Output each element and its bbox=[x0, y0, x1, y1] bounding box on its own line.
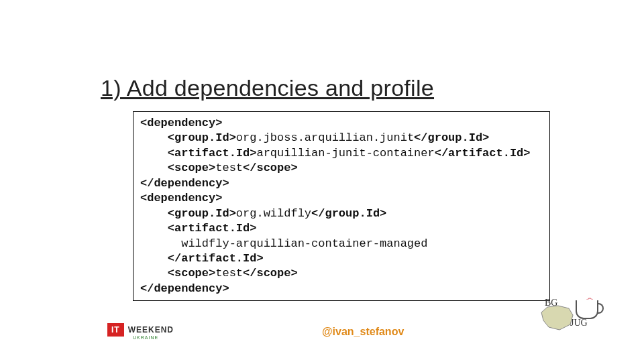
code-tag: </dependency> bbox=[140, 282, 229, 295]
twitter-handle: @ivan_stefanov bbox=[322, 326, 404, 338]
bulgaria-map-icon bbox=[539, 300, 577, 335]
code-tag: </group.Id> bbox=[311, 207, 386, 220]
weekend-text: WEEKEND bbox=[128, 325, 174, 335]
it-weekend-logo: IT WEEKEND UKRAINE bbox=[107, 322, 174, 338]
steam-icon: ෴ bbox=[586, 294, 593, 302]
code-tag: </group.Id> bbox=[414, 131, 489, 144]
code-tag: </scope> bbox=[243, 162, 298, 174]
code-tag: <artifact.Id> bbox=[168, 222, 257, 235]
code-tag: </artifact.Id> bbox=[168, 252, 264, 265]
code-tag: <scope> bbox=[168, 267, 215, 280]
code-tag: <dependency> bbox=[140, 192, 222, 204]
code-tag: </dependency> bbox=[140, 177, 229, 190]
code-tag: <group.Id> bbox=[168, 131, 236, 144]
coffee-cup-icon bbox=[576, 300, 598, 319]
code-tag: <scope> bbox=[168, 162, 215, 174]
ukraine-text: UKRAINE bbox=[133, 335, 158, 340]
code-tag: </artifact.Id> bbox=[435, 147, 531, 160]
code-block: <dependency> <group.Id>org.jboss.arquill… bbox=[133, 111, 550, 301]
code-text: org.jboss.arquillian.junit bbox=[236, 131, 414, 144]
code-tag: <artifact.Id> bbox=[168, 147, 257, 160]
slide-title: 1) Add dependencies and profile bbox=[101, 75, 434, 101]
it-badge: IT bbox=[107, 323, 124, 337]
code-tag: <dependency> bbox=[140, 117, 222, 129]
code-text: org.wildfly bbox=[236, 207, 311, 220]
code-tag: </scope> bbox=[243, 267, 298, 280]
code-text: arquillian-junit-container bbox=[256, 147, 434, 160]
code-tag: <group.Id> bbox=[168, 207, 236, 220]
bg-jug-logo: BG JUG ෴ bbox=[539, 298, 598, 338]
slide: 1) Add dependencies and profile <depende… bbox=[0, 0, 644, 362]
code-text: wildfly-arquillian-container-managed bbox=[181, 237, 427, 250]
code-text: test bbox=[215, 162, 243, 174]
code-text: test bbox=[215, 267, 243, 280]
